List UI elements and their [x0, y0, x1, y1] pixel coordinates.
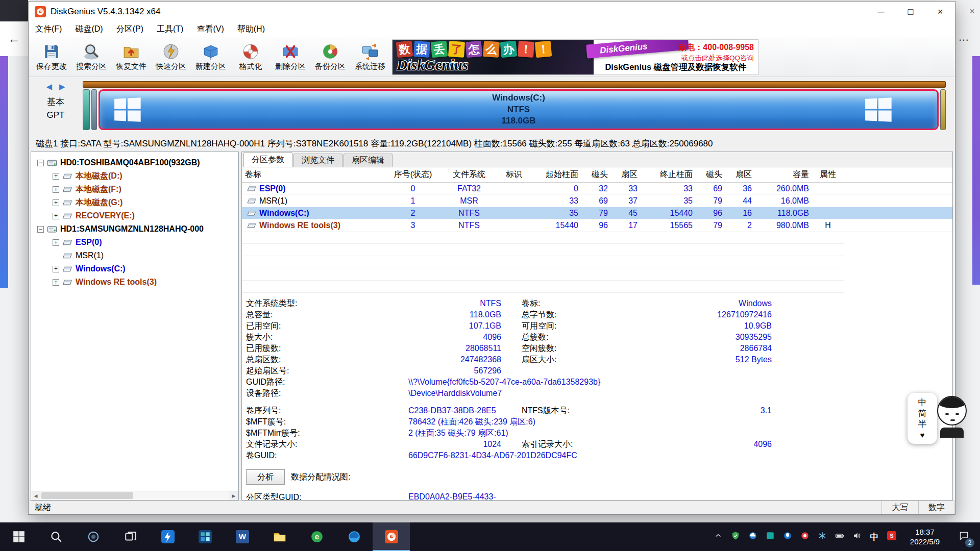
desktop-wallpaper-right: [972, 56, 980, 285]
tree-item[interactable]: +Windows RE tools(3): [31, 276, 238, 289]
tree-item[interactable]: MSR(1): [31, 249, 238, 262]
volume-icon[interactable]: [848, 522, 866, 551]
toolbar-button-recover-files[interactable]: 恢复文件: [111, 39, 151, 75]
minimize-button[interactable]: ─: [866, 2, 896, 22]
maximize-button[interactable]: □: [896, 2, 925, 22]
tree-expander-icon[interactable]: +: [53, 213, 59, 219]
battery-icon[interactable]: [831, 522, 848, 551]
toolbar-button-system-migration[interactable]: 系统迁移: [350, 39, 390, 75]
menu-item-4[interactable]: 工具(T): [150, 24, 190, 35]
detail-value: NTFS: [333, 299, 501, 308]
scrollbar-thumb[interactable]: [41, 492, 133, 499]
tree-item[interactable]: +本地磁盘(F:): [31, 183, 238, 196]
action-center-button[interactable]: 2: [949, 522, 978, 551]
tree-item[interactable]: +Windows(C:): [31, 262, 238, 276]
cloud-icon[interactable]: [744, 522, 762, 551]
tree-item[interactable]: +本地磁盘(D:): [31, 169, 238, 183]
partition-row[interactable]: ESP(0)0FAT3203233336936260.0MB: [242, 183, 952, 195]
toolbar-button-quick-partition[interactable]: 快速分区: [151, 39, 191, 75]
tree-item[interactable]: +本地磁盘(G:): [31, 196, 238, 209]
menu-item-6[interactable]: 帮助(H): [231, 24, 272, 35]
app-store[interactable]: [186, 522, 224, 551]
tree-expander-icon[interactable]: −: [37, 160, 44, 166]
partition-icon: [62, 186, 72, 193]
teal-app-icon[interactable]: [762, 522, 779, 551]
prev-disk-arrow-icon[interactable]: ◀: [46, 82, 52, 91]
analyze-button[interactable]: 分析: [246, 469, 285, 485]
background-close-icon[interactable]: ×: [969, 6, 975, 17]
start-button[interactable]: [0, 522, 37, 551]
shield-icon[interactable]: [727, 522, 744, 551]
scrollbar-track[interactable]: [40, 491, 229, 500]
partition-segment-msr[interactable]: [91, 89, 97, 130]
tree-item[interactable]: +ESP(0): [31, 236, 238, 249]
tree-expander-icon[interactable]: +: [53, 186, 59, 193]
mascot-eye: [945, 413, 949, 415]
partition-icon: [62, 199, 72, 207]
toolbar-button-new-partition[interactable]: 新建分区: [191, 39, 231, 75]
tree-expander-icon[interactable]: +: [53, 279, 59, 286]
disk-capacity-strip[interactable]: [83, 81, 946, 88]
tree-horizontal-scrollbar[interactable]: ◀ ▶: [31, 491, 238, 500]
snowflake-icon[interactable]: [814, 522, 831, 551]
toolbar-button-backup-partition[interactable]: 备份分区: [310, 39, 350, 75]
toolbar-button-label: 快速分区: [156, 62, 186, 71]
tray-expand-chevron-icon[interactable]: [709, 522, 727, 551]
tab-partition-parameters[interactable]: 分区参数: [243, 152, 292, 167]
partition-row[interactable]: MSR(1)1MSR33693735794416.0MB: [242, 195, 952, 207]
partition-icon: [247, 210, 256, 217]
menu-item-3[interactable]: 分区(P): [110, 24, 150, 35]
titlebar[interactable]: DiskGenius V5.4.3.1342 x64 ─ □ ×: [29, 2, 955, 22]
table-cell: 44: [725, 196, 755, 206]
column-header: 磁头: [581, 169, 611, 180]
tree-item[interactable]: −HD0:TOSHIBAMQ04ABF100(932GB): [31, 156, 238, 169]
sogou-input-widget[interactable]: 中简半♥: [908, 393, 970, 445]
app-edge[interactable]: [335, 522, 373, 551]
tab-sector-edit[interactable]: 扇区编辑: [344, 154, 393, 167]
app-thunder[interactable]: [149, 522, 186, 551]
next-disk-arrow-icon[interactable]: ▶: [59, 82, 65, 91]
scroll-right-arrow-icon[interactable]: ▶: [229, 493, 238, 498]
app-file-explorer[interactable]: [261, 522, 298, 551]
app-word[interactable]: W: [224, 522, 261, 551]
input-language-indicator[interactable]: 中: [866, 522, 883, 551]
more-options-icon[interactable]: ⋯: [959, 34, 969, 46]
red-app-icon[interactable]: [796, 522, 814, 551]
back-arrow-icon[interactable]: ←: [8, 32, 20, 46]
analyze-row: 分析 数据分配情况图:: [246, 461, 952, 485]
scroll-left-arrow-icon[interactable]: ◀: [31, 493, 40, 498]
app-diskgenius[interactable]: [373, 522, 410, 551]
partition-row[interactable]: Windows RE tools(3)3NTFS1544096171556579…: [242, 219, 952, 232]
toolbar-button-format[interactable]: 格式化: [231, 39, 271, 75]
app-green-browser[interactable]: e: [298, 522, 335, 551]
details-block-1: 文件系统类型:NTFS卷标:Windows总容量:118.0GB总字节数:126…: [246, 298, 952, 399]
ad-tile-char: 么: [483, 40, 500, 57]
toolbar-button-save[interactable]: 保存更改: [32, 39, 71, 75]
partition-segment-esp[interactable]: [83, 89, 90, 130]
ad-banner[interactable]: 数据丢了怎么办！！ DiskGenius DiskGenius 致电：400-0…: [392, 39, 758, 75]
toolbar-button-delete-partition[interactable]: 删除分区: [271, 39, 310, 75]
toolbar-button-search-partition[interactable]: 搜索分区: [71, 39, 111, 75]
sogou-mode-box[interactable]: 中简半♥: [908, 393, 937, 444]
tree-item[interactable]: −HD1:SAMSUNGMZNLN128HAHQ-000: [31, 222, 238, 236]
tree-expander-icon[interactable]: +: [53, 173, 59, 180]
menu-item-1[interactable]: 文件(F): [29, 24, 68, 35]
tree-expander-icon[interactable]: +: [53, 239, 59, 246]
partition-row[interactable]: Windows(C:)2NTFS357945154409616118.0GB: [242, 207, 952, 219]
task-view-button[interactable]: [112, 522, 149, 551]
sogou-icon[interactable]: S: [883, 522, 900, 551]
qq-icon[interactable]: [779, 522, 796, 551]
close-button[interactable]: ×: [925, 2, 955, 22]
tab-browse-files[interactable]: 浏览文件: [293, 154, 342, 167]
cortana-button[interactable]: [75, 522, 112, 551]
tree-expander-icon[interactable]: +: [53, 199, 59, 206]
partition-segment-re-tools[interactable]: [940, 89, 946, 130]
menu-item-5[interactable]: 查看(V): [190, 24, 230, 35]
partition-segment-windows-c[interactable]: Windows(C:) NTFS 118.0GB: [99, 89, 939, 130]
menu-item-2[interactable]: 磁盘(D): [68, 24, 109, 35]
taskbar-clock[interactable]: 18:37 2022/5/9: [900, 527, 949, 547]
search-button[interactable]: [37, 522, 75, 551]
tree-item[interactable]: +RECOVERY(E:): [31, 209, 238, 222]
tree-expander-icon[interactable]: +: [53, 266, 59, 272]
tree-expander-icon[interactable]: −: [37, 226, 44, 233]
